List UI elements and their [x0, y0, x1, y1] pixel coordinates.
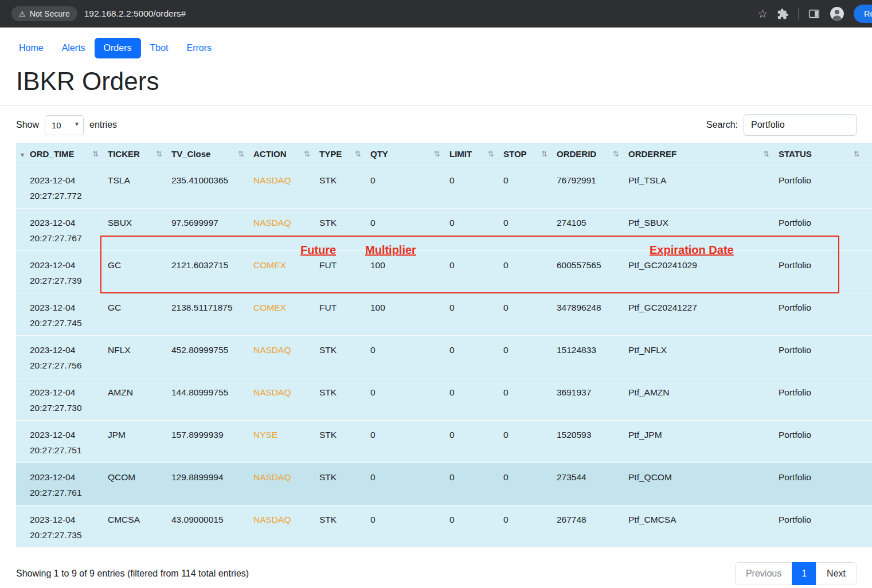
search-input[interactable]: [744, 114, 857, 136]
page-size-select[interactable]: 10: [45, 115, 84, 135]
cell-cut: [865, 505, 872, 547]
cell-ord-time: 2023-12-0420:27:27.772: [25, 166, 103, 208]
page-length-control: Show 10 ▾ entries: [16, 115, 117, 135]
cell-edge: [16, 420, 25, 462]
sort-icon: ⇅: [156, 150, 162, 158]
cell-orderref: Ptf_QCOM: [624, 462, 774, 505]
cell-tv-close: 97.5699997: [167, 208, 249, 250]
cell-tv-close: 2138.51171875: [167, 293, 249, 335]
column-header-ticker[interactable]: TICKER⇅: [103, 143, 167, 166]
table-row[interactable]: 2023-12-0420:27:27.739 GC 2121.6032715 C…: [16, 250, 872, 293]
bookmark-star-icon[interactable]: ☆: [757, 8, 768, 19]
cell-limit: 0: [445, 208, 499, 250]
table-row[interactable]: 2023-12-0420:27:27.772 TSLA 235.41000365…: [16, 166, 872, 208]
security-badge[interactable]: ⚠ Not Secure: [11, 6, 77, 21]
cell-stop: 0: [499, 208, 552, 250]
cell-ticker: TSLA: [103, 166, 167, 208]
column-header-qty[interactable]: QTY⇅: [366, 143, 445, 166]
cell-limit: 0: [445, 335, 499, 378]
cell-orderref: Ptf_SBUX: [624, 208, 774, 250]
table-row[interactable]: 2023-12-0420:27:27.767 SBUX 97.5699997 N…: [16, 208, 872, 250]
table-row[interactable]: 2023-12-0420:27:27.735 CMCSA 43.09000015…: [16, 505, 872, 547]
sort-icon: ⇅: [355, 150, 361, 158]
tab-alerts[interactable]: Alerts: [53, 38, 95, 58]
cell-type: STK: [315, 166, 366, 208]
column-header-stop[interactable]: STOP⇅: [499, 143, 552, 166]
page-content: Home Alerts Orders Tbot Errors IBKR Orde…: [0, 28, 872, 585]
cell-orderref: Ptf_GC20241227: [624, 293, 774, 335]
orders-table: ▾ ORD_TIME⇅TICKER⇅TV_Close⇅ACTION⇅TYPE⇅Q…: [16, 143, 872, 547]
cell-tv-close: 157.8999939: [167, 420, 249, 462]
cell-tv-close: 2121.6032715: [167, 250, 249, 293]
page-1-button[interactable]: 1: [792, 562, 816, 585]
divider: [0, 105, 872, 106]
cell-ord-time: 2023-12-0420:27:27.735: [25, 505, 103, 547]
tab-orders[interactable]: Orders: [95, 38, 141, 58]
cell-edge: [16, 505, 25, 547]
cell-orderref: Ptf_NFLX: [624, 335, 774, 378]
column-header-orderid[interactable]: ORDERID⇅: [552, 143, 624, 166]
cell-qty: 0: [366, 335, 445, 378]
table-row[interactable]: 2023-12-0420:27:27.756 NFLX 452.80999755…: [16, 335, 872, 378]
column-header-orderref[interactable]: ORDERREF⇅: [624, 143, 774, 166]
cell-stop: 0: [499, 250, 552, 293]
cell-type: STK: [315, 208, 366, 250]
cell-limit: 0: [445, 250, 499, 293]
search-label: Search:: [706, 120, 738, 130]
cell-stop: 0: [499, 293, 552, 335]
next-page-button[interactable]: Next: [816, 562, 857, 585]
cell-tv-close: 144.80999755: [167, 378, 249, 420]
column-header-action[interactable]: ACTION⇅: [249, 143, 315, 166]
cell-orderid: 3691937: [552, 378, 624, 420]
entries-label: entries: [89, 120, 117, 130]
column-header-ord_time[interactable]: ORD_TIME⇅: [25, 143, 103, 166]
tab-tbot[interactable]: Tbot: [141, 38, 178, 58]
relaunch-button[interactable]: Relau: [854, 5, 872, 23]
table-row[interactable]: 2023-12-0420:27:27.730 AMZN 144.80999755…: [16, 378, 872, 420]
column-label: ACTION: [253, 149, 287, 159]
extensions-icon[interactable]: [777, 8, 789, 20]
cell-cut: [865, 462, 872, 505]
edge-sort-caret: ▾: [16, 143, 25, 166]
table-row[interactable]: 2023-12-0420:27:27.745 GC 2138.51171875 …: [16, 293, 872, 335]
cell-ticker: QCOM: [103, 462, 167, 505]
previous-page-button[interactable]: Previous: [735, 562, 792, 585]
column-header-tv_close[interactable]: TV_Close⇅: [167, 143, 249, 166]
cell-qty: 0: [366, 378, 445, 420]
cell-orderid: 273544: [552, 462, 624, 505]
cell-qty: 0: [366, 462, 445, 505]
table-row[interactable]: 2023-12-0420:27:27.751 JPM 157.8999939 N…: [16, 420, 872, 462]
side-panel-icon[interactable]: [808, 7, 820, 20]
tab-errors[interactable]: Errors: [178, 38, 221, 58]
cell-qty: 0: [366, 420, 445, 462]
tab-home[interactable]: Home: [10, 38, 53, 58]
column-header-limit[interactable]: LIMIT⇅: [445, 143, 499, 166]
toolbar-divider: [798, 8, 799, 19]
column-header-status[interactable]: STATUS⇅: [774, 143, 865, 166]
cell-edge: [16, 250, 25, 293]
cell-action: COMEX: [249, 250, 315, 293]
column-label: TYPE: [319, 149, 342, 159]
cell-qty: 0: [366, 505, 445, 547]
cell-status: Portfolio: [774, 335, 865, 378]
cell-orderid: 267748: [552, 505, 624, 547]
cell-type: STK: [315, 505, 366, 547]
sort-icon: ▾: [21, 151, 24, 159]
cell-tv-close: 43.09000015: [167, 505, 249, 547]
table-summary: Showing 1 to 9 of 9 entries (filtered fr…: [16, 569, 249, 579]
column-label: QTY: [370, 149, 388, 159]
cell-orderid: 1520593: [552, 420, 624, 462]
cell-cut: [865, 208, 872, 250]
column-label: ORDERREF: [628, 149, 677, 159]
cell-ord-time: 2023-12-0420:27:27.761: [25, 462, 103, 505]
cell-type: FUT: [315, 293, 366, 335]
table-row[interactable]: 2023-12-0420:27:27.761 QCOM 129.8899994 …: [16, 462, 872, 505]
profile-avatar[interactable]: [830, 6, 844, 21]
cell-tv-close: 452.80999755: [167, 335, 249, 378]
cell-ord-time: 2023-12-0420:27:27.751: [25, 420, 103, 462]
cell-tv-close: 235.41000365: [167, 166, 249, 208]
cell-stop: 0: [499, 462, 552, 505]
url-text[interactable]: 192.168.2.2:5000/orders#: [84, 9, 186, 19]
cell-type: STK: [315, 462, 366, 505]
column-header-type[interactable]: TYPE⇅: [315, 143, 366, 166]
